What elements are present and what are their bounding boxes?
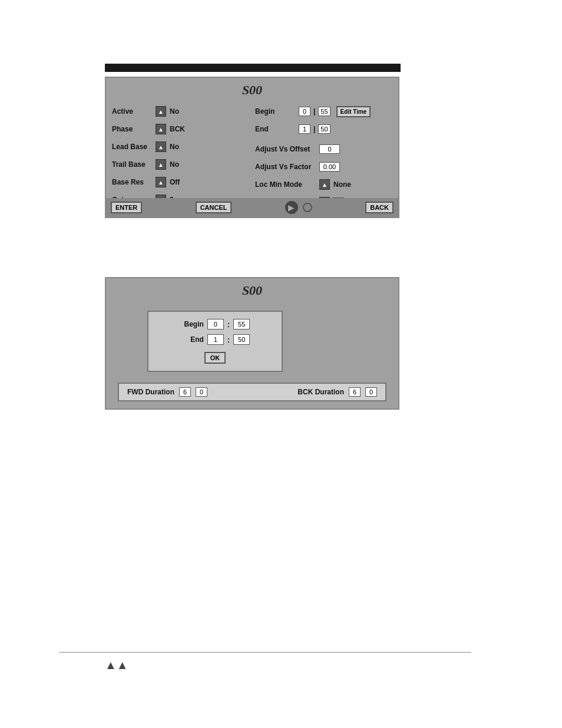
duration-bar: FWD Duration 6 0 BCK Duration 6 0 [118,383,386,401]
dialog-begin-val2[interactable] [233,319,250,330]
dialog-begin-row: Begin : [160,319,270,330]
bck-duration-label: BCK Duration [297,388,344,396]
lead-base-row: Lead Base ▲ No [112,139,249,155]
begin-val1[interactable]: 0 [299,107,310,116]
trail-base-value: No [170,160,179,169]
dialog-begin-label: Begin [180,320,204,328]
phase-label: Phase [112,125,153,133]
fwd-duration-label: FWD Duration [127,388,174,396]
adjust-offset-row: Adjust Vs Offset 0 [255,141,392,157]
phase-row: Phase ▲ BCK [112,121,249,137]
trail-base-label: Trail Base [112,160,153,169]
panel1-title: S00 [106,78,398,101]
adjust-offset-label: Adjust Vs Offset [255,145,317,153]
top-bar [105,64,401,72]
dialog-end-val1[interactable] [207,334,224,345]
end-val2[interactable]: 50 [318,124,330,134]
bottom-logo: ▲▲ [105,658,128,672]
panel1-right: Begin 0 | 55 Edit Time End 1 | 50 Adjus [255,103,392,210]
nav-controls: ▶ [285,201,312,214]
active-row: Active ▲ No [112,103,249,120]
adjust-offset-value[interactable]: 0 [319,144,340,154]
end-row: End 1 | 50 [255,121,392,137]
nav-forward-btn[interactable]: ▶ [285,201,298,214]
dialog-begin-colon: : [227,320,230,329]
phase-arrow-btn[interactable]: ▲ [156,124,166,134]
panel1-left: Active ▲ No Phase ▲ BCK Lead Base ▲ No T… [112,103,249,210]
lead-base-value: No [170,143,179,151]
base-res-value: Off [170,178,180,186]
panel2-title: S00 [106,278,398,301]
base-res-label: Base Res [112,178,153,186]
edit-time-button[interactable]: Edit Time [336,106,371,117]
nav-dot [303,203,312,212]
begin-separator: | [313,107,315,116]
dialog-end-label: End [180,335,204,344]
adjust-factor-row: Adjust Vs Factor 0.00 [255,159,392,175]
dialog-begin-val1[interactable] [207,319,224,330]
adjust-factor-value[interactable]: 0.00 [319,162,340,172]
logo-arrow-left-icon: ▲▲ [105,658,128,672]
active-arrow-btn[interactable]: ▲ [156,106,166,117]
loc-min-mode-label: Loc Min Mode [255,180,317,189]
nav-forward-icon: ▶ [288,203,295,212]
begin-row: Begin 0 | 55 Edit Time [255,103,392,120]
base-res-arrow-btn[interactable]: ▲ [156,177,166,187]
active-label: Active [112,107,153,116]
fwd-duration-val1[interactable]: 6 [179,387,191,397]
dialog-end-val2[interactable] [233,334,250,345]
active-value: No [170,107,179,116]
end-val1[interactable]: 1 [299,124,310,134]
enter-button[interactable]: ENTER [111,202,142,213]
lead-base-label: Lead Base [112,143,153,151]
loc-min-mode-value: None [333,180,351,189]
cancel-button[interactable]: CANCEL [196,202,232,213]
bck-duration-val1[interactable]: 6 [349,387,361,397]
bck-duration-val2[interactable]: 0 [365,387,377,397]
end-separator: | [313,125,315,133]
trail-base-row: Trail Base ▲ No [112,156,249,173]
time-dialog-box: Begin : End : OK [147,311,283,372]
trail-base-arrow-btn[interactable]: ▲ [156,159,166,170]
panel-time-edit: S00 Begin : End : OK FWD Duration 6 0 BC… [105,277,399,410]
lead-base-arrow-btn[interactable]: ▲ [156,141,166,152]
adjust-factor-label: Adjust Vs Factor [255,163,317,171]
bottom-divider [59,652,471,653]
begin-label: Begin [255,107,296,116]
dialog-end-row: End : [160,334,270,345]
fwd-duration-val2[interactable]: 0 [196,387,207,397]
panel-main: S00 Active ▲ No Phase ▲ BCK Lead Base ▲ … [105,77,399,218]
loc-min-mode-arrow-btn[interactable]: ▲ [319,179,330,190]
loc-min-mode-row: Loc Min Mode ▲ None [255,176,392,193]
begin-val2[interactable]: 55 [318,107,330,116]
base-res-row: Base Res ▲ Off [112,174,249,190]
ok-button[interactable]: OK [204,352,226,364]
dialog-end-colon: : [227,335,230,344]
end-label: End [255,125,296,133]
panel1-bottom-bar: ENTER CANCEL ▶ BACK [106,198,398,217]
back-button[interactable]: BACK [365,202,394,213]
phase-value: BCK [170,125,185,133]
